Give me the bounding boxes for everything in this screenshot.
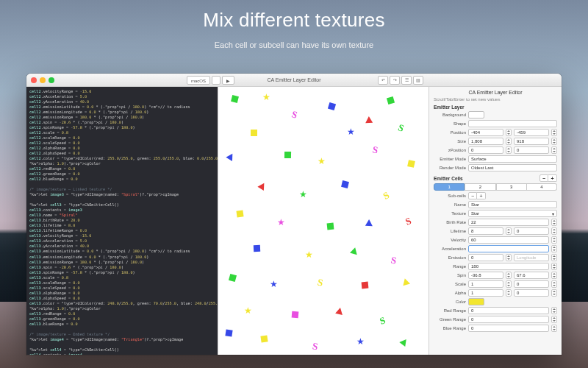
scale-range-stepper[interactable] xyxy=(551,280,557,288)
particle-sq xyxy=(236,210,243,217)
lifetime-stepper[interactable] xyxy=(506,227,512,235)
zposition-stepper[interactable] xyxy=(506,146,512,154)
velocity-field[interactable]: 60 xyxy=(468,236,549,244)
particle-sq xyxy=(225,329,232,336)
cell-tab-1[interactable]: 1 xyxy=(434,183,465,191)
redrange-field[interactable]: 0 xyxy=(468,307,549,314)
size-w-field[interactable]: 1,808 xyxy=(468,138,503,145)
emission-range-stepper[interactable] xyxy=(551,263,557,270)
close-icon[interactable] xyxy=(31,77,37,83)
back-button[interactable]: ↶ xyxy=(378,76,388,85)
remove-subcell-button[interactable]: − xyxy=(468,192,477,199)
lifetime-range-field[interactable]: 0 xyxy=(514,227,549,235)
emitter-mode-dropdown[interactable]: Surface xyxy=(468,155,557,163)
color-swatch[interactable] xyxy=(468,298,484,305)
particle-sq xyxy=(328,102,336,110)
inspector-toggle-button[interactable]: ▥ xyxy=(413,76,423,85)
velocity-label: Velocity xyxy=(434,238,466,242)
name-field[interactable]: Star xyxy=(468,201,557,208)
depth-stepper[interactable] xyxy=(551,146,557,154)
acceleration-field[interactable] xyxy=(468,245,549,252)
cell-tab-2[interactable]: 2 xyxy=(465,183,495,191)
redrange-stepper[interactable] xyxy=(551,307,557,314)
particle-sq xyxy=(260,335,268,342)
minimize-icon[interactable] xyxy=(40,77,46,83)
hero-subtitle: Each cell or subcell can have its own te… xyxy=(0,40,588,49)
alpha-stepper[interactable] xyxy=(506,289,512,297)
acceleration-stepper[interactable] xyxy=(551,245,557,252)
particle-sq xyxy=(284,152,291,158)
position-x-field[interactable]: -404 xyxy=(468,129,503,136)
zoom-icon[interactable] xyxy=(49,77,54,83)
size-h-field[interactable]: 918 xyxy=(514,138,549,145)
latitude-stepper[interactable] xyxy=(506,254,512,261)
greenrange-field[interactable]: 0 xyxy=(468,316,549,323)
particle-star: ★ xyxy=(262,93,270,102)
position-x-stepper[interactable] xyxy=(506,129,512,136)
color-label: Color xyxy=(434,300,466,304)
particle-sq xyxy=(292,311,299,319)
add-cell-button[interactable]: + xyxy=(548,174,557,182)
lifetime-field[interactable]: 8 xyxy=(468,227,503,235)
emitter-preview-canvas[interactable]: ★S★S★S★S★S★S★S★S★S xyxy=(218,87,429,355)
particle-spiral: S xyxy=(316,276,323,289)
depth-field[interactable]: 0 xyxy=(514,146,549,154)
birthrate-field[interactable]: 22 xyxy=(468,219,549,226)
position-y-stepper[interactable] xyxy=(551,129,557,136)
bluerange-field[interactable]: 0 xyxy=(468,325,549,332)
particle-tri xyxy=(257,181,267,191)
spin-range-field[interactable]: 67.6 xyxy=(514,272,549,279)
remove-cell-button[interactable]: − xyxy=(539,174,548,182)
scale-range-field[interactable]: 0 xyxy=(514,280,549,288)
zposition-field[interactable]: 0 xyxy=(468,146,503,154)
size-h-stepper[interactable] xyxy=(551,138,557,145)
velocity-stepper[interactable] xyxy=(551,236,557,244)
particle-tri xyxy=(365,116,373,123)
alpha-range-stepper[interactable] xyxy=(551,289,557,297)
add-subcell-button[interactable]: + xyxy=(477,192,486,199)
latitude-field[interactable]: 0 xyxy=(468,254,503,261)
run-button[interactable]: ▶ xyxy=(222,76,234,85)
spin-range-stepper[interactable] xyxy=(551,272,557,279)
particle-spiral: S xyxy=(404,215,413,228)
longitude-stepper[interactable] xyxy=(551,254,557,261)
birthrate-stepper[interactable] xyxy=(551,219,557,226)
position-y-field[interactable]: -459 xyxy=(514,129,549,136)
particle-spiral: S xyxy=(290,108,299,121)
platform-dropdown[interactable]: macOS xyxy=(187,76,210,85)
shape-dropdown[interactable] xyxy=(468,120,557,127)
longitude-field[interactable]: Longitude xyxy=(514,254,549,261)
background-color-swatch[interactable] xyxy=(468,111,484,118)
particle-star: ★ xyxy=(299,190,307,199)
emission-range-field[interactable]: 180 xyxy=(468,263,549,270)
greenrange-stepper[interactable] xyxy=(551,316,557,323)
panel-toggle-button[interactable]: ☰ xyxy=(401,76,412,85)
cell-tab-3[interactable]: 3 xyxy=(496,183,527,191)
particle-tri xyxy=(401,277,410,286)
scale-label: Scale xyxy=(434,282,466,286)
alpha-range-field[interactable]: 0 xyxy=(514,289,549,297)
alpha-field[interactable]: 1 xyxy=(468,289,503,297)
particle-sq xyxy=(251,130,257,136)
lifetime-range-stepper[interactable] xyxy=(551,227,557,235)
size-w-stepper[interactable] xyxy=(506,138,512,145)
cell-tab-4[interactable]: 4 xyxy=(527,183,557,191)
particle-star: ★ xyxy=(347,127,355,136)
texture-dropdown[interactable]: Star▾ xyxy=(468,210,557,217)
particle-star: ★ xyxy=(270,280,278,289)
scale-stepper[interactable] xyxy=(506,280,512,288)
particle-tri xyxy=(350,247,359,255)
spin-stepper[interactable] xyxy=(506,272,512,279)
scale-field[interactable]: 1 xyxy=(468,280,503,288)
stop-button[interactable] xyxy=(212,76,220,85)
forward-button[interactable]: ↷ xyxy=(390,76,400,85)
particle-spiral: S xyxy=(381,189,392,202)
bluerange-stepper[interactable] xyxy=(551,325,557,332)
code-editor[interactable]: cell2.velocityRange = -15.0 cell2.xAccel… xyxy=(26,87,218,355)
chevron-down-icon: ▾ xyxy=(552,211,554,216)
redrange-label: Red Range xyxy=(434,308,466,313)
spin-field[interactable]: -36.8 xyxy=(468,272,503,279)
platform-selector: macOS ▶ xyxy=(187,76,234,85)
render-mode-dropdown[interactable]: Oldest Last xyxy=(468,164,557,171)
size-label: Size xyxy=(434,139,466,144)
